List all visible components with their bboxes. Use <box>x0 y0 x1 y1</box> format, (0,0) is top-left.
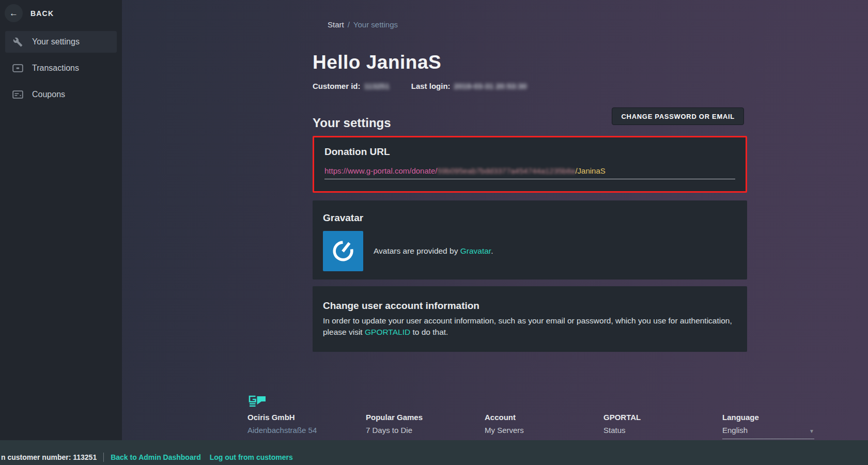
breadcrumb-current: Your settings <box>353 20 398 29</box>
wrench-icon <box>12 36 23 48</box>
customer-id-value: 113251 <box>364 82 390 90</box>
change-password-button[interactable]: CHANGE PASSWORD OR EMAIL <box>612 107 744 125</box>
account-card-text: In order to update your user account inf… <box>323 315 737 338</box>
logout-from-customers-link[interactable]: Log out from customers <box>210 453 293 461</box>
customer-id-label: Customer id: <box>313 82 361 90</box>
back-label: BACK <box>30 9 54 18</box>
gravatar-card-title: Gravatar <box>323 212 737 224</box>
gravatar-text-after: . <box>491 246 493 255</box>
sidebar: BACK Your settings Transactions Coupons <box>0 0 122 440</box>
bar-divider <box>103 453 104 462</box>
donation-url-token-blurred: 59b095eab7bdd3377a454744a1235b8a <box>437 166 575 175</box>
donation-card-title: Donation URL <box>324 146 735 158</box>
last-login-label: Last login: <box>411 82 451 90</box>
last-login: Last login:2019-03-31 20:53:30 <box>411 82 527 90</box>
footer-link[interactable]: 7 Days to Die <box>366 426 477 435</box>
account-card-title: Change user account information <box>323 300 737 312</box>
donation-url-field: https://www.g-portal.com/donate/59b095ea… <box>324 166 735 179</box>
footer-header: Popular Games <box>366 413 477 422</box>
footer-header: Language <box>722 413 834 422</box>
sidebar-item-label: Your settings <box>32 37 80 47</box>
language-selected-value: English <box>722 426 748 435</box>
footer-link[interactable]: My Servers <box>485 426 596 435</box>
account-info-card: Change user account information In order… <box>313 286 747 352</box>
coupon-icon <box>12 89 23 100</box>
sidebar-item-label: Transactions <box>32 64 79 73</box>
account-text-after: to do that. <box>410 328 448 336</box>
sidebar-item-coupons[interactable]: Coupons <box>5 84 117 105</box>
gravatar-logo-icon <box>323 231 363 271</box>
back-to-admin-link[interactable]: Back to Admin Dashboard <box>111 453 201 461</box>
sidebar-item-transactions[interactable]: Transactions <box>5 57 117 79</box>
sidebar-header: BACK <box>0 0 122 26</box>
chevron-down-icon <box>809 426 814 435</box>
footer-header: Account <box>485 413 596 422</box>
gravatar-text-before: Avatars are provided by <box>374 246 460 255</box>
footer-address-line: Aidenbachstraße 54 <box>247 426 359 435</box>
gportal-settings-page: BACK Your settings Transactions Coupons … <box>0 0 868 465</box>
footer-link[interactable]: Status <box>603 426 715 435</box>
gravatar-link[interactable]: Gravatar <box>460 246 491 255</box>
admin-bottom-bar: n customer number: 113251 Back to Admin … <box>0 440 868 465</box>
gportal-logo-icon[interactable] <box>248 395 268 409</box>
gportalid-link[interactable]: GPORTALID <box>365 328 410 336</box>
customer-number-text: n customer number: 113251 <box>1 453 97 461</box>
donation-url-suffix: /JaninaS <box>575 166 605 175</box>
customer-id: Customer id:113251 <box>313 82 390 90</box>
sidebar-item-your-settings[interactable]: Your settings <box>5 31 117 53</box>
credit-card-icon <box>12 63 23 74</box>
last-login-value: 2019-03-31 20:53:30 <box>454 82 527 90</box>
footer-column-language: Language English <box>722 413 834 439</box>
donation-card: Donation URL https://www.g-portal.com/do… <box>313 136 747 193</box>
gravatar-card: Gravatar Avatars are provided by Gravata… <box>313 200 747 280</box>
gravatar-row: Avatars are provided by Gravatar. <box>323 231 737 271</box>
breadcrumb-start-link[interactable]: Start <box>328 20 344 29</box>
section-title: Your settings <box>313 116 391 130</box>
footer-header: GPORTAL <box>603 413 715 422</box>
language-select[interactable]: English <box>722 426 814 439</box>
customer-meta: Customer id:113251 Last login:2019-03-31… <box>313 82 527 90</box>
donation-url-link[interactable]: https://www.g-portal.com/donate/ <box>324 166 437 175</box>
footer-header: Ociris GmbH <box>247 413 359 422</box>
breadcrumb: Start / Your settings <box>328 20 398 29</box>
page-title: Hello JaninaS <box>313 52 441 73</box>
sidebar-item-label: Coupons <box>32 90 65 99</box>
breadcrumb-separator: / <box>348 20 350 29</box>
back-button[interactable] <box>5 4 23 22</box>
gravatar-text: Avatars are provided by Gravatar. <box>374 246 493 256</box>
